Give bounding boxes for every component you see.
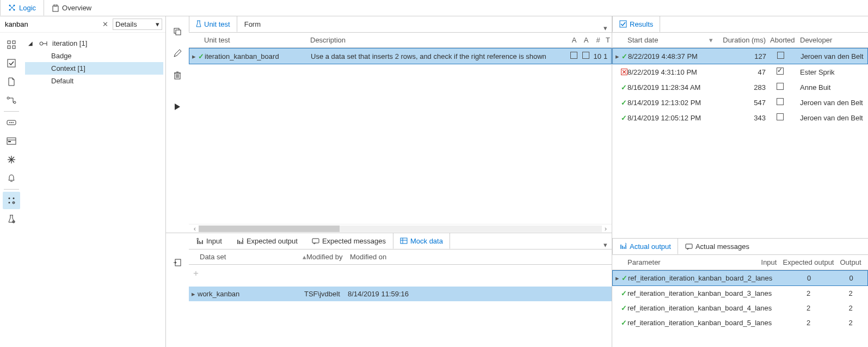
copy-button[interactable]	[169, 23, 186, 40]
delete-button[interactable]	[169, 66, 186, 84]
check-icon[interactable]	[3, 54, 20, 72]
bell-icon[interactable]	[3, 169, 20, 187]
svg-point-15	[11, 122, 12, 123]
scroll-right-icon: ›	[602, 224, 610, 233]
dataset-grid-header: Data set ▴ Modified by Modified on	[189, 249, 612, 265]
logic-icon	[8, 4, 16, 11]
clear-search-icon[interactable]: ✕	[100, 20, 110, 28]
results-tabs: Results	[612, 16, 868, 33]
aborted-checkbox[interactable]	[777, 83, 784, 90]
fail-icon	[621, 69, 627, 75]
edit-button[interactable]	[169, 45, 186, 62]
col-a1: A	[568, 36, 580, 44]
output-grid-header: Parameter Input Expected output Output	[612, 255, 868, 270]
svg-point-33	[40, 42, 43, 45]
mid-menu-icon[interactable]: ▾	[599, 24, 612, 32]
svg-rect-7	[13, 41, 15, 44]
tree-item[interactable]: Context [1]	[25, 62, 163, 75]
tree: ◢ iteration [1] BadgeContext [1]Default	[23, 33, 165, 347]
grid-icon[interactable]	[3, 36, 20, 53]
row-caret-icon: ▸	[189, 290, 198, 298]
svg-point-14	[9, 122, 10, 123]
results-grid-header: Start date ▾ Duration (ms) Aborted Devel…	[612, 33, 868, 48]
tab-results[interactable]: Results	[612, 16, 660, 32]
checkmark-icon: ✓	[621, 114, 627, 122]
dataset-row[interactable]: ▸ work_kanban TSF\jvdbelt 8/14/2019 11:5…	[189, 287, 612, 301]
tab-unit-test[interactable]: Unit test	[189, 16, 237, 32]
tab-actual-messages[interactable]: Actual messages	[678, 238, 756, 254]
row-t: 1	[604, 52, 611, 60]
ds-name: work_kanban	[198, 290, 304, 298]
flask-icon[interactable]	[3, 210, 20, 228]
input-icon	[196, 238, 204, 245]
col-description: Description	[310, 36, 568, 44]
row-num: 10	[592, 52, 604, 60]
details-label: Details	[115, 20, 137, 28]
output-icon	[236, 238, 244, 245]
results-row[interactable]: ✓8/14/2019 12:05:12 PM343Jeroen van den …	[612, 110, 868, 125]
import-button[interactable]	[169, 254, 186, 271]
tab-mock-data[interactable]: Mock data	[393, 233, 450, 249]
col-out: Output	[837, 258, 864, 266]
col-developer: Developer	[800, 36, 868, 44]
row-caret-icon: ▸	[189, 52, 198, 60]
tab-overview[interactable]: Overview	[44, 0, 100, 16]
unit-test-row[interactable]: ▸ ✓ iteration_kanban_board Use a data se…	[189, 48, 612, 64]
logic-small-icon[interactable]	[3, 192, 20, 209]
tab-actual-output-label: Actual output	[630, 242, 671, 251]
bottom-subtabs: Input Expected output Expected messages …	[189, 233, 612, 249]
col-modon: Modified on	[350, 253, 612, 261]
flow-icon[interactable]	[3, 92, 20, 109]
results-row[interactable]: ✓8/14/2019 12:13:02 PM547Jeroen van den …	[612, 95, 868, 110]
results-row[interactable]: 8/22/2019 4:31:10 PM47Ester Sprik	[612, 64, 868, 80]
aborted-checkbox[interactable]	[777, 98, 784, 105]
tab-input[interactable]: Input	[189, 233, 229, 249]
h-scrollbar[interactable]: ‹ ›	[189, 224, 612, 233]
results-row[interactable]: ✓8/16/2019 11:28:34 AM283Anne Buit	[612, 80, 868, 95]
aborted-checkbox[interactable]	[777, 52, 784, 59]
add-row-button[interactable]: +	[189, 265, 612, 282]
form-icon[interactable]	[3, 132, 20, 150]
tree-parent[interactable]: ◢ iteration [1]	[25, 37, 163, 50]
tree-parent-label: iteration [1]	[52, 39, 87, 47]
output-row[interactable]: ✓ref_iteration_iteration_kanban_board_3_…	[612, 286, 868, 301]
search-input[interactable]	[3, 19, 98, 30]
snowflake-icon[interactable]	[3, 151, 20, 168]
unit-test-grid-header: Unit test Description A A # T	[189, 33, 612, 48]
output-row[interactable]: ✓ref_iteration_iteration_kanban_board_4_…	[612, 301, 868, 315]
svg-point-27	[9, 202, 10, 204]
chk-a1[interactable]	[570, 52, 577, 59]
right-panel: Results Start date ▾ Duration (ms) Abort…	[612, 16, 868, 347]
checkmark-icon: ✓	[621, 274, 627, 282]
middle-panel: Unit test Form ▾ Unit test Description A…	[166, 16, 612, 347]
bottom-menu-icon[interactable]: ▾	[599, 241, 612, 249]
aborted-checkbox[interactable]	[777, 113, 784, 120]
tab-actual-output[interactable]: Actual output	[612, 238, 678, 254]
checkmark-icon: ✓	[621, 52, 627, 60]
tab-expected-output[interactable]: Expected output	[229, 233, 305, 249]
left-icon-strip	[0, 33, 23, 347]
aborted-checkbox[interactable]	[777, 68, 784, 75]
chk-a2[interactable]	[582, 52, 589, 59]
tab-logic-label: Logic	[19, 4, 36, 12]
tab-form[interactable]: Form	[237, 16, 268, 32]
results-row[interactable]: ▸✓8/22/2019 4:48:37 PM127Jeroen van den …	[612, 48, 868, 64]
tree-item[interactable]: Default	[25, 75, 163, 87]
svg-point-12	[14, 101, 16, 104]
col-start: Start date	[627, 36, 709, 44]
output-row[interactable]: ✓ref_iteration_iteration_kanban_board_5_…	[612, 315, 868, 330]
scroll-left-icon: ‹	[191, 224, 199, 233]
details-dropdown[interactable]: Details ▾	[113, 19, 162, 30]
tab-logic[interactable]: Logic	[0, 0, 44, 16]
svg-rect-10	[8, 59, 15, 67]
svg-point-16	[13, 122, 14, 123]
dots-icon[interactable]	[3, 114, 20, 131]
tab-results-label: Results	[630, 20, 653, 28]
output-row[interactable]: ▸✓ref_iteration_iteration_kanban_board_2…	[612, 270, 868, 286]
col-exp: Expected output	[780, 258, 837, 266]
tab-expected-messages[interactable]: Expected messages	[305, 233, 393, 249]
run-button[interactable]	[169, 98, 186, 115]
document-icon[interactable]	[3, 73, 20, 90]
mockdata-icon	[400, 238, 408, 244]
tree-item[interactable]: Badge	[25, 50, 163, 62]
